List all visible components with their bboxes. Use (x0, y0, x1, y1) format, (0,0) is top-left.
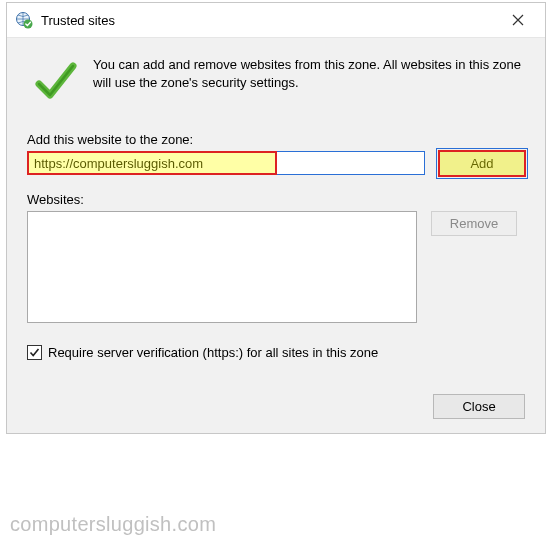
intro-text: You can add and remove websites from thi… (93, 56, 525, 91)
remove-button: Remove (431, 211, 517, 236)
dialog-title: Trusted sites (41, 13, 495, 28)
intro-section: You can add and remove websites from thi… (27, 56, 525, 104)
require-https-label: Require server verification (https:) for… (48, 345, 378, 360)
add-website-label: Add this website to the zone: (27, 132, 525, 147)
website-url-input[interactable] (27, 151, 425, 175)
require-https-checkbox[interactable]: Require server verification (https:) for… (27, 345, 525, 360)
trusted-sites-dialog: Trusted sites You can add and remove web… (6, 2, 546, 434)
watermark-text: computersluggish.com (10, 513, 216, 536)
close-icon[interactable] (495, 5, 541, 35)
globe-check-icon (15, 11, 33, 29)
close-button[interactable]: Close (433, 394, 525, 419)
titlebar: Trusted sites (7, 3, 545, 37)
websites-listbox[interactable] (27, 211, 417, 323)
checkbox-box-icon (27, 345, 42, 360)
websites-label: Websites: (27, 192, 525, 207)
dialog-body: You can add and remove websites from thi… (7, 37, 545, 433)
checkmark-icon (33, 58, 79, 104)
add-button[interactable]: Add (439, 151, 525, 176)
